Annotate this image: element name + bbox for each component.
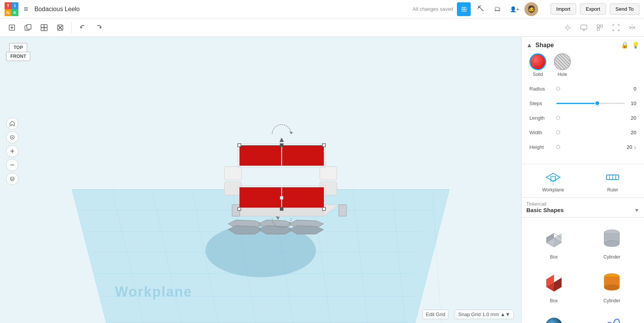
svg-rect-61 [225, 182, 242, 195]
menu-icon[interactable]: ≡ [24, 5, 28, 13]
logo-t: T [5, 2, 12, 9]
svg-rect-4 [27, 25, 31, 29]
shape-thumb-sphere [539, 313, 569, 323]
workplane-icon [545, 169, 562, 186]
mirror-button[interactable] [625, 20, 639, 35]
svg-rect-19 [600, 25, 603, 27]
svg-rect-78 [280, 208, 283, 211]
shape-label-box-gray: Box [550, 254, 558, 260]
shapes-library-header: Tinkercad Basic Shapes ▼ [522, 198, 644, 218]
hole-option[interactable]: Hole [554, 53, 571, 77]
shape-grid: Box Cylinder [522, 218, 644, 323]
shape-thumb-cylinder-gray [596, 225, 627, 252]
shape-item-box-gray[interactable]: Box [526, 222, 582, 263]
length-row: Length 20 [529, 112, 636, 123]
tinkercad-label: Tinkercad [526, 201, 639, 207]
steps-slider-area[interactable] [556, 103, 625, 104]
workplane-button[interactable]: Workplane [526, 169, 580, 193]
tinkercad-logo[interactable]: T I N K [5, 2, 18, 16]
height-label: Height [529, 144, 556, 150]
nav-icons: ⊞ ⛏ 🗂 👤+ 🧔 [457, 2, 538, 16]
width-dot[interactable] [556, 130, 560, 134]
workplane-label-btn: Workplane [542, 187, 564, 193]
hole-label: Hole [558, 72, 567, 77]
shape-item-cylinder-orange[interactable]: Cylinder [585, 266, 640, 307]
width-row: Width 20 [529, 127, 636, 138]
height-dot[interactable] [556, 145, 560, 149]
grid-view-button[interactable]: ⊞ [457, 2, 471, 16]
svg-rect-20 [597, 28, 600, 30]
shape-item-scribble[interactable]: Scribble [585, 310, 640, 323]
toolbar-separator-1 [71, 22, 72, 33]
duplicate-button[interactable] [37, 20, 51, 35]
redo-button[interactable] [92, 20, 106, 35]
logo-i: I [12, 2, 18, 9]
snap-grid-arrow[interactable]: ▲▼ [500, 311, 510, 317]
ruler-button[interactable]: Ruler [586, 169, 640, 193]
logo-n: N [5, 9, 12, 16]
copy-button[interactable] [21, 20, 35, 35]
build-button[interactable]: ⛏ [474, 2, 488, 16]
svg-rect-67 [280, 196, 283, 199]
steps-slider[interactable] [556, 103, 625, 104]
svg-rect-75 [280, 144, 283, 147]
height-expand-arrow[interactable]: › [634, 143, 636, 152]
svg-marker-72 [289, 132, 293, 134]
svg-marker-100 [554, 278, 562, 292]
shape-lock-icon[interactable]: 🔒 [621, 41, 629, 49]
logo-k: K [12, 9, 18, 16]
shape-panel: ▲ Shape 🔒 💡 Solid Hole [522, 37, 644, 164]
svg-rect-62 [320, 166, 337, 180]
shape-item-box-red[interactable]: Box [526, 266, 582, 307]
group-button[interactable] [609, 20, 623, 35]
canvas-area[interactable]: TOP FRONT [0, 37, 521, 323]
align-button[interactable] [593, 20, 607, 35]
project-name[interactable]: Bodacious Leelo [34, 6, 80, 13]
radius-row: Radius 0 [529, 83, 636, 94]
radius-value: 0 [625, 86, 636, 92]
delete-button[interactable] [53, 20, 67, 35]
comment-button[interactable] [577, 20, 591, 35]
library-dropdown-arrow[interactable]: ▼ [634, 207, 639, 213]
hole-circle [554, 53, 571, 70]
user-avatar[interactable]: 🧔 [524, 2, 538, 16]
add-user-button[interactable]: 👤+ [508, 2, 521, 16]
new-button[interactable] [5, 20, 19, 35]
import-button[interactable]: Import [550, 3, 576, 15]
shape-thumb-box-red [539, 269, 569, 296]
steps-slider-thumb[interactable] [595, 101, 600, 106]
shape-label-cylinder-orange: Cylinder [603, 298, 620, 303]
width-slider-area [556, 130, 625, 134]
export-button[interactable]: Export [580, 3, 606, 15]
radius-dot[interactable] [556, 87, 560, 91]
radius-slider-area [556, 87, 625, 91]
toolbar [0, 18, 644, 37]
undo-button[interactable] [76, 20, 90, 35]
shape-light-icon[interactable]: 💡 [632, 41, 639, 49]
shape-panel-title: Shape [536, 42, 618, 49]
svg-rect-74 [238, 144, 241, 147]
svg-point-107 [545, 318, 562, 323]
send-to-button[interactable]: Send To [610, 3, 639, 15]
shape-item-sphere[interactable]: Sphere [526, 310, 582, 323]
shape-panel-collapse[interactable]: ▲ [526, 42, 532, 49]
solid-option[interactable]: Solid [529, 53, 546, 77]
svg-rect-8 [44, 28, 47, 31]
brief-button[interactable]: 🗂 [491, 2, 504, 16]
toolbar-right [560, 20, 639, 35]
snap-grid-label: Snap Grid [458, 311, 481, 317]
shape-item-cylinder-gray[interactable]: Cylinder [585, 222, 640, 263]
svg-rect-7 [41, 28, 44, 31]
edit-grid-button[interactable]: Edit Grid [422, 310, 449, 319]
snap-grid-value: 1.0 mm [482, 311, 499, 317]
shape-properties: Radius 0 Steps 10 [526, 83, 639, 159]
ruler-label: Ruler [607, 187, 618, 193]
solid-hole-options: Solid Hole [526, 53, 639, 77]
light-button[interactable] [560, 20, 575, 35]
height-value: 20 [621, 144, 632, 150]
svg-marker-71 [280, 138, 284, 142]
main-area: TOP FRONT [0, 37, 644, 323]
svg-rect-82 [551, 176, 555, 181]
snap-grid-control[interactable]: Snap Grid 1.0 mm ▲▼ [455, 310, 514, 319]
length-dot[interactable] [556, 116, 560, 120]
